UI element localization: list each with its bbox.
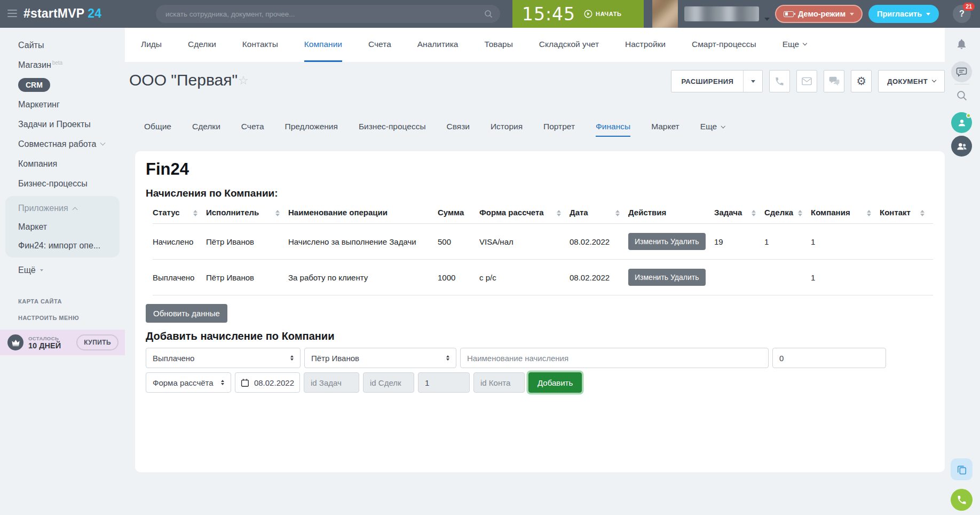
feedback-button[interactable] — [951, 61, 972, 82]
amount-input[interactable] — [772, 348, 886, 368]
call-widget-button[interactable] — [951, 489, 973, 511]
hamburger-menu-icon[interactable] — [7, 10, 17, 19]
chat-button[interactable] — [824, 70, 844, 92]
help-button[interactable]: ? 21 — [953, 5, 971, 23]
crm-tab-settings[interactable]: Настройки — [625, 28, 666, 62]
column-header-executor[interactable]: Исполнитель — [206, 201, 288, 224]
tab-more[interactable]: Еще — [700, 120, 725, 137]
sidebar-item-fin24[interactable]: Фин24: импорт опе... — [5, 236, 120, 255]
sort-icon[interactable] — [557, 208, 561, 216]
refresh-data-button[interactable]: Обновить данные — [146, 304, 227, 323]
crm-tab-analytics[interactable]: Аналитика — [417, 28, 459, 62]
tab-portrait[interactable]: Портрет — [543, 120, 575, 137]
crm-tab-deals[interactable]: Сделки — [188, 28, 216, 62]
sidebar-item-company[interactable]: Компания — [0, 154, 125, 174]
column-header-contact[interactable]: Контакт — [880, 201, 933, 224]
sidebar-item-crm[interactable]: CRM — [0, 75, 125, 95]
edit-delete-button[interactable]: Изменить Удалить — [628, 269, 706, 286]
crm-tab-products[interactable]: Товары — [484, 28, 512, 62]
edit-delete-button[interactable]: Изменить Удалить — [628, 233, 706, 250]
payment-form-select[interactable]: Форма рассчёта — [146, 372, 231, 393]
executor-select[interactable]: Пётр Иванов — [304, 348, 456, 368]
rail-search-button[interactable] — [957, 90, 967, 103]
cell-deal[interactable]: 1 — [764, 224, 811, 260]
user-avatar[interactable] — [652, 0, 678, 28]
contact-id-input[interactable] — [473, 372, 525, 393]
profile-assistant-button[interactable] — [951, 112, 972, 133]
sort-icon[interactable] — [920, 208, 924, 216]
work-timer[interactable]: 15:45 НАЧАТЬ — [512, 0, 644, 28]
tab-general[interactable]: Общие — [144, 120, 171, 137]
sidebar-group-label: Приложения — [18, 204, 68, 213]
user-name-redacted[interactable] — [684, 6, 759, 21]
app-logo[interactable]: #startMVP24 — [23, 6, 101, 21]
add-accrual-button[interactable]: Добавить — [528, 372, 582, 393]
sitemap-link[interactable]: КАРТА САЙТА — [0, 293, 125, 309]
sort-icon[interactable] — [615, 208, 620, 216]
tab-invoices[interactable]: Счета — [241, 120, 264, 137]
extensions-button[interactable]: РАСШИРЕНИЯ — [671, 70, 763, 92]
settings-button[interactable]: ⚙ — [851, 70, 872, 92]
sidebar-item-market[interactable]: Маркет — [5, 217, 120, 236]
tab-label: Настройки — [625, 40, 666, 49]
sidebar-item-shop[interactable]: Магазинbeta — [0, 55, 125, 75]
crm-tab-contacts[interactable]: Контакты — [242, 28, 278, 62]
select-spinner-icon — [221, 380, 224, 385]
email-button[interactable] — [796, 70, 817, 92]
crm-tab-leads[interactable]: Лиды — [141, 28, 162, 62]
status-select[interactable]: Выплачено — [146, 348, 301, 368]
deal-id-input[interactable] — [363, 372, 414, 393]
timer-start-button[interactable]: НАЧАТЬ — [584, 10, 621, 18]
tab-bizproc[interactable]: Бизнес-процессы — [359, 120, 426, 137]
gear-icon: ⚙ — [856, 76, 866, 87]
accrual-name-input[interactable] — [460, 348, 769, 368]
call-button[interactable] — [769, 70, 790, 92]
sort-icon[interactable] — [867, 208, 871, 216]
date-picker[interactable]: 08.02.2022 — [235, 372, 300, 393]
favorite-star-icon[interactable]: ☆ — [238, 74, 249, 87]
sort-icon[interactable] — [798, 208, 802, 216]
community-button[interactable] — [951, 136, 972, 157]
demo-mode-button[interactable]: Демо-режим — [775, 5, 863, 23]
sidebar-item-tasks[interactable]: Задачи и Проекты — [0, 114, 125, 134]
crm-tab-invoices[interactable]: Счета — [368, 28, 391, 62]
sort-icon[interactable] — [752, 208, 756, 216]
configure-menu-link[interactable]: НАСТРОИТЬ МЕНЮ — [0, 309, 125, 326]
task-id-input[interactable] — [304, 372, 359, 393]
crm-tab-companies[interactable]: Компании — [304, 28, 342, 62]
tab-history[interactable]: История — [491, 120, 523, 137]
column-header-payment-form[interactable]: Форма рассчета — [479, 201, 570, 224]
tab-relations[interactable]: Связи — [447, 120, 470, 137]
global-search[interactable] — [156, 5, 500, 23]
sidebar-item-bizproc[interactable]: Бизнес-процессы — [0, 174, 125, 193]
search-input[interactable] — [165, 10, 484, 18]
invite-button[interactable]: Пригласить — [868, 5, 939, 23]
company-id-input[interactable] — [418, 372, 470, 393]
column-header-task[interactable]: Задача — [714, 201, 764, 224]
extensions-dropdown-caret[interactable] — [743, 71, 762, 92]
documents-widget-button[interactable] — [951, 458, 973, 480]
sort-icon[interactable] — [193, 208, 197, 216]
tab-quotes[interactable]: Предложения — [285, 120, 338, 137]
column-header-date[interactable]: Дата — [570, 201, 628, 224]
column-header-company[interactable]: Компания — [811, 201, 880, 224]
cell-date: 08.02.2022 — [570, 224, 628, 260]
user-menu-caret-icon[interactable] — [764, 13, 770, 23]
buy-button[interactable]: КУПИТЬ — [76, 334, 118, 350]
document-button[interactable]: ДОКУМЕНТ — [878, 70, 945, 92]
sidebar-item-more[interactable]: Ещё — [0, 260, 125, 280]
column-header-status[interactable]: Статус — [153, 201, 206, 224]
sort-icon[interactable] — [275, 208, 280, 216]
sidebar-item-applications[interactable]: Приложения — [5, 199, 120, 217]
sidebar-item-sites[interactable]: Сайты — [0, 35, 125, 55]
crm-tab-smart-processes[interactable]: Смарт-процессы — [692, 28, 756, 62]
crm-tab-more[interactable]: Еще — [783, 28, 807, 62]
tab-finances[interactable]: Финансы — [596, 120, 630, 137]
sidebar-item-marketing[interactable]: Маркетинг — [0, 95, 125, 114]
tab-deals[interactable]: Сделки — [192, 120, 220, 137]
column-header-deal[interactable]: Сделка — [764, 201, 811, 224]
crm-tab-inventory[interactable]: Складской учет — [539, 28, 599, 62]
tab-market[interactable]: Маркет — [651, 120, 679, 137]
notifications-bell-button[interactable] — [956, 38, 967, 52]
sidebar-item-collaboration[interactable]: Совместная работа — [0, 134, 125, 154]
